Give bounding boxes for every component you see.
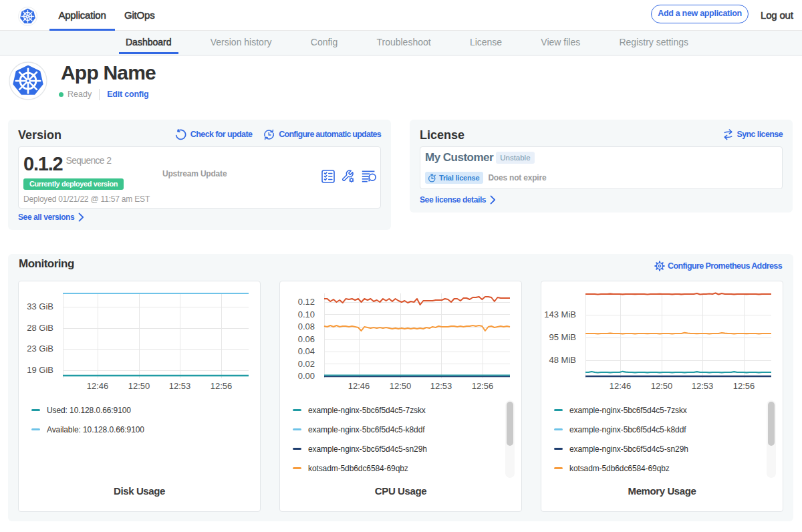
svg-text:0.00: 0.00 [298,371,315,381]
svg-text:33 GiB: 33 GiB [27,301,53,311]
svg-text:0.10: 0.10 [298,309,315,319]
svg-text:0.06: 0.06 [298,334,315,344]
svg-text:95 MiB: 95 MiB [549,332,576,342]
svg-text:23 GiB: 23 GiB [27,344,53,354]
svg-text:143 MiB: 143 MiB [544,309,576,319]
svg-text:12:53: 12:53 [430,381,452,391]
svg-text:0.08: 0.08 [298,321,315,331]
svg-text:12:56: 12:56 [733,381,755,391]
svg-text:12:46: 12:46 [87,381,109,391]
svg-text:48 MiB: 48 MiB [549,355,576,365]
svg-text:12:50: 12:50 [390,381,412,391]
svg-text:0.04: 0.04 [298,346,315,356]
svg-text:12:46: 12:46 [610,381,632,391]
svg-text:12:46: 12:46 [348,381,370,391]
svg-text:0.12: 0.12 [298,297,315,307]
svg-text:12:56: 12:56 [472,381,494,391]
svg-text:19 GiB: 19 GiB [27,365,53,375]
svg-text:12:50: 12:50 [128,381,150,391]
svg-text:12:50: 12:50 [651,381,673,391]
svg-text:12:56: 12:56 [211,381,233,391]
svg-text:12:53: 12:53 [169,381,191,391]
svg-text:0.02: 0.02 [298,359,315,369]
svg-text:12:53: 12:53 [692,381,714,391]
svg-text:28 GiB: 28 GiB [27,323,53,333]
